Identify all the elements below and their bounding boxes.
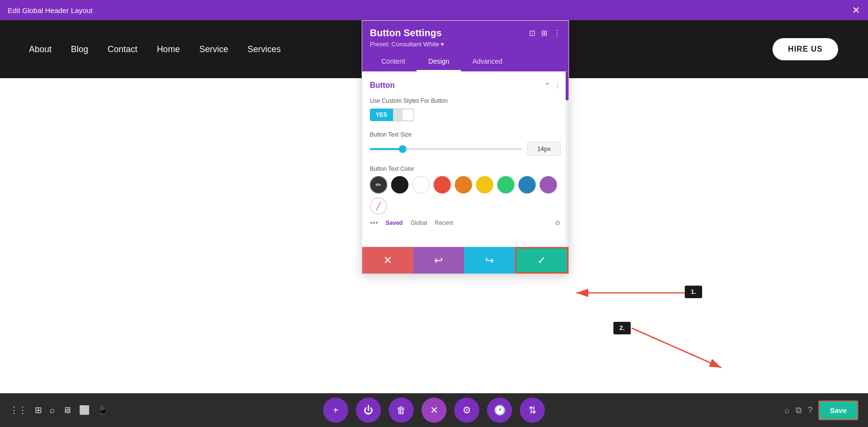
custom-styles-label: Use Custom Styles For Button <box>370 97 561 104</box>
svg-line-4 <box>632 328 721 368</box>
slider-track[interactable] <box>370 148 522 150</box>
slider-fill <box>370 148 400 150</box>
color-swatches: ✏ ╱ <box>370 176 561 215</box>
nav-home[interactable]: Home <box>157 44 180 55</box>
layers-icon[interactable]: ⧉ <box>796 405 802 415</box>
nav-services[interactable]: Services <box>247 44 281 55</box>
text-size-field: Button Text Size 14px <box>370 131 561 156</box>
section-more-icon[interactable]: ⋮ <box>554 82 561 89</box>
nav-links: About Blog Contact Home Service Services <box>29 44 281 55</box>
svg-text:2.: 2. <box>620 324 625 331</box>
section-controls: ⌃ ⋮ <box>544 82 561 89</box>
color-white[interactable] <box>412 176 430 193</box>
color-yellow[interactable] <box>476 176 493 193</box>
toolbar-center: + ⏻ 🗑 ✕ ⚙ 🕐 ⇅ <box>323 398 545 423</box>
slider-container: 14px <box>370 142 561 156</box>
search-right-icon[interactable]: ⌕ <box>785 405 790 415</box>
color-tab-global[interactable]: Global <box>410 220 427 226</box>
svg-rect-2 <box>685 286 702 298</box>
hire-us-button[interactable]: HIRE US <box>772 37 839 61</box>
toolbar-tablet-icon[interactable]: ⬜ <box>79 405 90 415</box>
panel-body: Button ⌃ ⋮ Use Custom Styles For Button … <box>362 71 569 247</box>
toolbar-left: ⋮⋮ ⊞ ⌕ 🖥 ⬜ 📱 <box>10 405 108 415</box>
responsive-button[interactable]: ⇅ <box>520 398 545 423</box>
slider-value[interactable]: 14px <box>527 142 561 156</box>
toolbar-layout-icon[interactable]: ⊞ <box>35 405 42 415</box>
cancel-icon: ✕ <box>383 254 392 267</box>
tab-content[interactable]: Content <box>370 53 417 71</box>
nav-about[interactable]: About <box>29 44 52 55</box>
toolbar-desktop-icon[interactable]: 🖥 <box>63 405 71 415</box>
toggle-knob <box>403 110 413 120</box>
panel-header-icons: ⊡ ⊞ ⋮ <box>529 28 561 38</box>
settings-button[interactable]: ⚙ <box>454 398 479 423</box>
cancel-button[interactable]: ✕ <box>362 247 413 274</box>
color-none[interactable]: ╱ <box>370 197 387 215</box>
color-dots[interactable]: ••• <box>370 219 378 227</box>
color-purple[interactable] <box>540 176 557 193</box>
nav-service[interactable]: Service <box>199 44 228 55</box>
add-element-button[interactable]: + <box>323 398 348 423</box>
toggle-container[interactable]: YES <box>370 108 561 122</box>
text-size-label: Button Text Size <box>370 131 561 138</box>
section-title: Button <box>370 81 395 90</box>
panel-footer: ✕ ↩ ↪ ✓ <box>362 247 569 274</box>
tab-design[interactable]: Design <box>417 53 461 71</box>
text-color-label: Button Text Color <box>370 165 561 172</box>
tab-advanced[interactable]: Advanced <box>461 53 514 71</box>
color-green[interactable] <box>497 176 515 193</box>
delete-button[interactable]: 🗑 <box>389 398 414 423</box>
title-bar-text: Edit Global Header Layout <box>8 6 93 14</box>
nav-contact[interactable]: Contact <box>108 44 137 55</box>
panel-scrollbar[interactable] <box>566 71 569 247</box>
color-eyedropper[interactable]: ✏ <box>370 176 387 193</box>
bottom-toolbar: ⋮⋮ ⊞ ⌕ 🖥 ⬜ 📱 + ⏻ 🗑 ✕ ⚙ 🕐 ⇅ ⌕ ⧉ ? Save <box>0 393 868 427</box>
custom-styles-field: Use Custom Styles For Button YES <box>370 97 561 122</box>
confirm-icon: ✓ <box>537 254 546 267</box>
text-color-field: Button Text Color ✏ ╱ ••• Saved Glo <box>370 165 561 227</box>
undo-button[interactable]: ↩ <box>413 247 464 274</box>
toggle-yes-label: YES <box>370 109 393 121</box>
color-tabs: ••• Saved Global Recent ⚙ <box>370 219 561 227</box>
panel-more-icon[interactable]: ⋮ <box>553 28 561 38</box>
color-blue[interactable] <box>518 176 536 193</box>
toolbar-mobile-icon[interactable]: 📱 <box>97 405 108 415</box>
close-button[interactable]: ✕ <box>421 398 447 423</box>
redo-button[interactable]: ↪ <box>464 247 515 274</box>
undo-icon: ↩ <box>434 254 443 267</box>
panel-layout-icon[interactable]: ⊞ <box>541 28 547 38</box>
main-canvas: About Blog Contact Home Service Services… <box>0 20 868 393</box>
title-bar-close-button[interactable]: ✕ <box>852 5 860 15</box>
panel-resize-icon[interactable]: ⊡ <box>529 28 535 38</box>
color-black[interactable] <box>391 176 408 193</box>
confirm-button[interactable]: ✓ <box>515 247 569 274</box>
save-button[interactable]: Save <box>818 400 858 420</box>
panel-header: Button Settings ⊡ ⊞ ⋮ Preset: Consultant… <box>362 21 569 71</box>
panel-title: Button Settings <box>370 28 442 39</box>
color-settings-icon[interactable]: ⚙ <box>555 219 561 227</box>
redo-icon: ↪ <box>485 254 494 267</box>
panel-tabs: Content Design Advanced <box>370 53 561 71</box>
section-collapse-icon[interactable]: ⌃ <box>544 82 550 89</box>
svg-text:1.: 1. <box>691 288 696 295</box>
toolbar-grid-icon[interactable]: ⋮⋮ <box>10 405 27 415</box>
button-settings-panel: Button Settings ⊡ ⊞ ⋮ Preset: Consultant… <box>362 20 569 274</box>
nav-blog[interactable]: Blog <box>71 44 88 55</box>
title-bar: Edit Global Header Layout ✕ <box>0 0 868 20</box>
power-button[interactable]: ⏻ <box>356 398 381 423</box>
color-tab-saved[interactable]: Saved <box>386 220 403 226</box>
color-tab-recent[interactable]: Recent <box>435 220 453 226</box>
help-icon[interactable]: ? <box>808 405 813 415</box>
scrollbar-thumb <box>566 71 569 100</box>
history-button[interactable]: 🕐 <box>487 398 512 423</box>
toggle-track[interactable] <box>393 108 414 122</box>
svg-rect-5 <box>613 322 631 334</box>
slider-thumb[interactable] <box>399 145 407 153</box>
panel-preset[interactable]: Preset: Consultant White ▾ <box>370 41 561 48</box>
toolbar-right: ⌕ ⧉ ? Save <box>785 400 858 420</box>
color-orange[interactable] <box>455 176 472 193</box>
color-red[interactable] <box>434 176 451 193</box>
toolbar-search-icon[interactable]: ⌕ <box>50 405 55 415</box>
section-header: Button ⌃ ⋮ <box>370 81 561 90</box>
